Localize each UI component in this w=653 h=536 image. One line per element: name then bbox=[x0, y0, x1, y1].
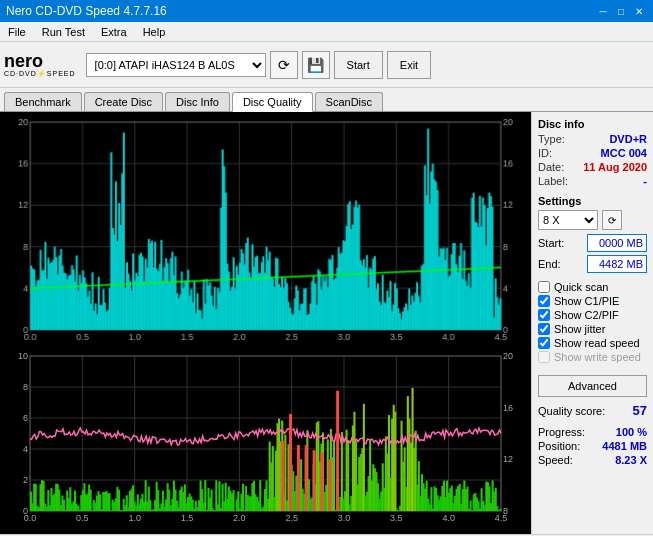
speed-label: Speed: bbox=[538, 454, 573, 466]
position-label: Position: bbox=[538, 440, 580, 452]
show-read-speed-label: Show read speed bbox=[554, 337, 640, 349]
progress-label: Progress: bbox=[538, 426, 585, 438]
disc-label-label: Label: bbox=[538, 175, 568, 187]
tab-create-disc[interactable]: Create Disc bbox=[84, 92, 163, 111]
tab-scan-disc[interactable]: ScanDisc bbox=[315, 92, 383, 111]
toolbar: nero CD·DVD⚡SPEED [0:0] ATAPI iHAS124 B … bbox=[0, 42, 653, 88]
show-c2pif-checkbox[interactable] bbox=[538, 309, 550, 321]
disc-id-row: ID: MCC 004 bbox=[538, 147, 647, 159]
show-c1pie-row: Show C1/PIE bbox=[538, 295, 647, 307]
tab-disc-quality[interactable]: Disc Quality bbox=[232, 92, 313, 112]
main-content: Disc info Type: DVD+R ID: MCC 004 Date: … bbox=[0, 112, 653, 534]
save-icon[interactable]: 💾 bbox=[302, 51, 330, 79]
position-value: 4481 MB bbox=[602, 440, 647, 452]
settings-section: Settings 8 X ⟳ Start: End: bbox=[538, 195, 647, 273]
tabs-bar: Benchmark Create Disc Disc Info Disc Qua… bbox=[0, 88, 653, 112]
show-write-speed-row: Show write speed bbox=[538, 351, 647, 363]
speed-select[interactable]: 8 X bbox=[538, 210, 598, 230]
start-input[interactable] bbox=[587, 234, 647, 252]
chart-area bbox=[0, 112, 531, 534]
position-row: Position: 4481 MB bbox=[538, 440, 647, 452]
start-mb-row: Start: bbox=[538, 234, 647, 252]
minimize-button[interactable]: ─ bbox=[595, 3, 611, 19]
speed-row2: Speed: 8.23 X bbox=[538, 454, 647, 466]
speed-refresh-icon[interactable]: ⟳ bbox=[602, 210, 622, 230]
disc-type-row: Type: DVD+R bbox=[538, 133, 647, 145]
end-mb-row: End: bbox=[538, 255, 647, 273]
disc-label-row: Label: - bbox=[538, 175, 647, 187]
nero-brand: nero bbox=[4, 52, 43, 70]
show-jitter-label: Show jitter bbox=[554, 323, 605, 335]
disc-type-label: Type: bbox=[538, 133, 565, 145]
maximize-button[interactable]: □ bbox=[613, 3, 629, 19]
show-c2pif-label: Show C2/PIF bbox=[554, 309, 619, 321]
speed-row: 8 X ⟳ bbox=[538, 210, 647, 230]
disc-date-value: 11 Aug 2020 bbox=[583, 161, 647, 173]
menu-run-test[interactable]: Run Test bbox=[34, 24, 93, 40]
disc-date-label: Date: bbox=[538, 161, 564, 173]
nero-logo: nero CD·DVD⚡SPEED bbox=[4, 52, 76, 78]
show-c1pie-label: Show C1/PIE bbox=[554, 295, 619, 307]
quick-scan-row: Quick scan bbox=[538, 281, 647, 293]
disc-type-value: DVD+R bbox=[609, 133, 647, 145]
show-write-speed-label: Show write speed bbox=[554, 351, 641, 363]
menu-bar: File Run Test Extra Help bbox=[0, 22, 653, 42]
progress-value: 100 % bbox=[616, 426, 647, 438]
show-jitter-row: Show jitter bbox=[538, 323, 647, 335]
title-bar-controls: ─ □ ✕ bbox=[595, 3, 647, 19]
progress-row: Progress: 100 % bbox=[538, 426, 647, 438]
right-panel: Disc info Type: DVD+R ID: MCC 004 Date: … bbox=[531, 112, 653, 534]
settings-title: Settings bbox=[538, 195, 647, 207]
checkboxes-section: Quick scan Show C1/PIE Show C2/PIF Show … bbox=[538, 281, 647, 363]
quick-scan-checkbox[interactable] bbox=[538, 281, 550, 293]
close-button[interactable]: ✕ bbox=[631, 3, 647, 19]
nero-product: CD·DVD⚡SPEED bbox=[4, 70, 76, 78]
drive-select[interactable]: [0:0] ATAPI iHAS124 B AL0S bbox=[86, 53, 266, 77]
bottom-chart bbox=[2, 348, 529, 529]
start-button[interactable]: Start bbox=[334, 51, 383, 79]
advanced-button[interactable]: Advanced bbox=[538, 375, 647, 397]
show-read-speed-row: Show read speed bbox=[538, 337, 647, 349]
menu-file[interactable]: File bbox=[0, 24, 34, 40]
refresh-icon[interactable]: ⟳ bbox=[270, 51, 298, 79]
quick-scan-label: Quick scan bbox=[554, 281, 608, 293]
disc-info-title: Disc info bbox=[538, 118, 647, 130]
app-title: Nero CD-DVD Speed 4.7.7.16 bbox=[6, 4, 167, 18]
menu-help[interactable]: Help bbox=[135, 24, 174, 40]
disc-id-value: MCC 004 bbox=[601, 147, 647, 159]
start-label: Start: bbox=[538, 237, 564, 249]
disc-id-label: ID: bbox=[538, 147, 552, 159]
title-bar: Nero CD-DVD Speed 4.7.7.16 ─ □ ✕ bbox=[0, 0, 653, 22]
exit-button[interactable]: Exit bbox=[387, 51, 431, 79]
disc-date-row: Date: 11 Aug 2020 bbox=[538, 161, 647, 173]
show-c1pie-checkbox[interactable] bbox=[538, 295, 550, 307]
show-write-speed-checkbox bbox=[538, 351, 550, 363]
quality-score-row: Quality score: 57 bbox=[538, 403, 647, 418]
show-read-speed-checkbox[interactable] bbox=[538, 337, 550, 349]
title-bar-left: Nero CD-DVD Speed 4.7.7.16 bbox=[6, 4, 167, 18]
show-jitter-checkbox[interactable] bbox=[538, 323, 550, 335]
end-label: End: bbox=[538, 258, 561, 270]
progress-section: Progress: 100 % Position: 4481 MB Speed:… bbox=[538, 426, 647, 466]
tab-benchmark[interactable]: Benchmark bbox=[4, 92, 82, 111]
quality-score-label: Quality score: bbox=[538, 405, 605, 417]
tab-disc-info[interactable]: Disc Info bbox=[165, 92, 230, 111]
show-c2pif-row: Show C2/PIF bbox=[538, 309, 647, 321]
menu-extra[interactable]: Extra bbox=[93, 24, 135, 40]
disc-label-value: - bbox=[643, 175, 647, 187]
speed-value: 8.23 X bbox=[615, 454, 647, 466]
end-input[interactable] bbox=[587, 255, 647, 273]
top-chart bbox=[2, 114, 529, 348]
quality-score-value: 57 bbox=[633, 403, 647, 418]
disc-info-section: Disc info Type: DVD+R ID: MCC 004 Date: … bbox=[538, 118, 647, 187]
